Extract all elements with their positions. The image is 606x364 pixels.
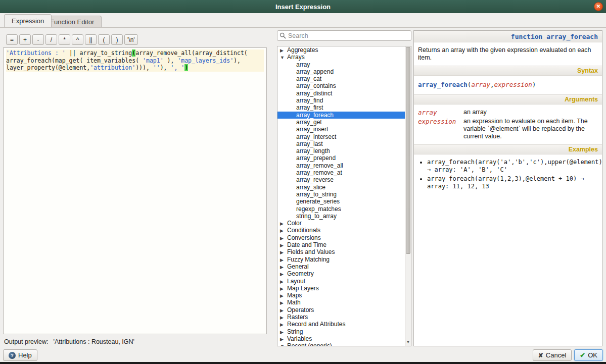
expand-arrow-icon[interactable]: ▶	[280, 329, 287, 336]
expand-arrow-icon[interactable]: ▶	[280, 249, 287, 256]
argument-name: expression	[418, 118, 463, 140]
collapse-arrow-icon[interactable]: ▼	[280, 343, 287, 346]
function-item-array-length[interactable]: array_length	[277, 147, 405, 154]
function-item-regexp-matches[interactable]: regexp_matches	[277, 205, 405, 213]
tree-group-color[interactable]: ▶Color	[277, 220, 405, 227]
tree-group-layout[interactable]: ▶Layout	[277, 278, 405, 285]
tree-group-label: Fuzzy Matching	[287, 256, 330, 263]
function-item-string-to-array[interactable]: string_to_array	[277, 213, 405, 220]
function-item-array-append[interactable]: array_append	[277, 68, 405, 75]
operator-button-[interactable]: ^	[72, 34, 83, 45]
collapse-arrow-icon[interactable]: ▼	[280, 54, 287, 61]
tree-group-operators[interactable]: ▶Operators	[277, 306, 405, 314]
expand-arrow-icon[interactable]: ▶	[280, 227, 287, 234]
function-item-array-remove-all[interactable]: array_remove_all	[277, 162, 405, 169]
tree-group-variables[interactable]: ▶Variables	[277, 335, 405, 342]
search-box[interactable]	[277, 30, 411, 41]
scrollbar-down-arrow-icon[interactable]: ▼	[405, 339, 411, 345]
help-button[interactable]: ? Help	[3, 349, 37, 361]
operator-button-[interactable]: =	[6, 34, 18, 45]
screen-bottom-edge	[0, 362, 606, 364]
expand-arrow-icon[interactable]: ▶	[280, 271, 287, 278]
expand-arrow-icon[interactable]: ▶	[280, 285, 287, 292]
output-preview-label: Output preview:	[4, 338, 49, 345]
expand-arrow-icon[interactable]: ▶	[280, 321, 287, 328]
tree-group-record-and-attributes[interactable]: ▶Record and Attributes	[277, 321, 405, 328]
function-item-array-remove-at[interactable]: array_remove_at	[277, 169, 405, 176]
expand-arrow-icon[interactable]: ▶	[280, 292, 287, 299]
function-item-array-insert[interactable]: array_insert	[277, 126, 405, 133]
search-input[interactable]	[288, 32, 409, 39]
operator-button-[interactable]: )	[111, 34, 123, 45]
expand-arrow-icon[interactable]: ▶	[280, 220, 287, 227]
operator-button-[interactable]: +	[19, 34, 31, 45]
function-item-array-contains[interactable]: array_contains	[277, 82, 405, 89]
expand-arrow-icon[interactable]: ▶	[280, 278, 287, 285]
operator-button-[interactable]: (	[98, 34, 110, 45]
tree-group-conversions[interactable]: ▶Conversions	[277, 234, 405, 241]
function-item-array-find[interactable]: array_find	[277, 97, 405, 104]
function-item-array-reverse[interactable]: array_reverse	[277, 176, 405, 183]
expand-arrow-icon[interactable]: ▶	[280, 256, 287, 264]
function-item-array-first[interactable]: array_first	[277, 104, 405, 111]
function-item-array-last[interactable]: array_last	[277, 140, 405, 147]
tree-scrollbar[interactable]: ▼	[405, 46, 411, 346]
operator-button-[interactable]: -	[32, 34, 44, 45]
tree-group-string[interactable]: ▶String	[277, 328, 405, 335]
tree-group-arrays[interactable]: ▼Arrays	[277, 54, 405, 61]
tree-group-maps[interactable]: ▶Maps	[277, 292, 405, 299]
function-item-array-distinct[interactable]: array_distinct	[277, 90, 405, 97]
function-item-array-get[interactable]: array_get	[277, 119, 405, 126]
function-item-array-foreach[interactable]: array_foreach	[277, 112, 405, 119]
function-item-array[interactable]: array	[277, 61, 405, 68]
tree-group-map-layers[interactable]: ▶Map Layers	[277, 285, 405, 292]
code-line: layer_property(@element,'attribution')))…	[6, 64, 264, 72]
expand-arrow-icon[interactable]: ▶	[280, 47, 287, 54]
operator-button-[interactable]: /	[45, 34, 57, 45]
examples-header: Examples	[414, 144, 602, 154]
example-code: array_foreach(array('a','b','c'),upper(@…	[427, 159, 602, 166]
tree-group-math[interactable]: ▶Math	[277, 299, 405, 306]
expand-arrow-icon[interactable]: ▶	[280, 299, 287, 306]
function-item-array-prepend[interactable]: array_prepend	[277, 154, 405, 162]
function-item-array-to-string[interactable]: array_to_string	[277, 191, 405, 198]
tree-group-label: Record and Attributes	[287, 321, 345, 328]
tree-group-general[interactable]: ▶General	[277, 263, 405, 270]
expand-arrow-icon[interactable]: ▶	[280, 336, 287, 343]
tree-group-fields-and-values[interactable]: ▶Fields and Values	[277, 248, 405, 255]
tree-group-recent-generic[interactable]: ▼Recent (generic)	[277, 342, 405, 346]
scrollbar-thumb[interactable]	[406, 47, 410, 254]
cancel-button[interactable]: ✘ Cancel	[533, 349, 572, 361]
tree-group-rasters[interactable]: ▶Rasters	[277, 314, 405, 321]
tree-group-fuzzy-matching[interactable]: ▶Fuzzy Matching	[277, 256, 405, 263]
tree-group-geometry[interactable]: ▶Geometry	[277, 270, 405, 277]
tree-group-conditionals[interactable]: ▶Conditionals	[277, 227, 405, 234]
expand-arrow-icon[interactable]: ▶	[280, 307, 287, 314]
function-item-array-intersect[interactable]: array_intersect	[277, 133, 405, 140]
expression-editor[interactable]: 'Attributions : ' || array_to_string(arr…	[3, 47, 267, 334]
function-item-array-slice[interactable]: array_slice	[277, 184, 405, 191]
function-item-generate-series[interactable]: generate_series	[277, 198, 405, 205]
expand-arrow-icon[interactable]: ▶	[280, 264, 287, 271]
tree-group-label: Arrays	[287, 54, 305, 61]
tree-group-aggregates[interactable]: ▶Aggregates	[277, 46, 405, 54]
syntax-comma: ,	[490, 81, 494, 88]
expand-arrow-icon[interactable]: ▶	[280, 235, 287, 242]
ok-button[interactable]: ✔ OK	[574, 349, 603, 361]
code-text: layer_property(@element,	[6, 64, 90, 71]
operator-button-n[interactable]: '\n'	[124, 34, 138, 45]
expand-arrow-icon[interactable]: ▶	[280, 242, 287, 249]
function-item-array-cat[interactable]: array_cat	[277, 75, 405, 82]
string-literal: 'map_layers_ids'	[177, 57, 234, 64]
operator-button-[interactable]: ||	[85, 34, 97, 45]
tab-expression[interactable]: Expression	[4, 14, 52, 27]
expand-arrow-icon[interactable]: ▶	[280, 314, 287, 321]
example-result-arrow: →	[577, 175, 584, 182]
help-icon: ?	[9, 352, 16, 359]
help-panel: function array_foreach Returns an array …	[413, 30, 602, 346]
operator-button-[interactable]: *	[59, 34, 70, 45]
tree-group-date-and-time[interactable]: ▶Date and Time	[277, 241, 405, 248]
close-button[interactable]: ✕	[594, 2, 603, 11]
tree-group-label: Aggregates	[287, 46, 318, 54]
code-line: array_foreach(map_get( item_variables( '…	[6, 57, 264, 65]
